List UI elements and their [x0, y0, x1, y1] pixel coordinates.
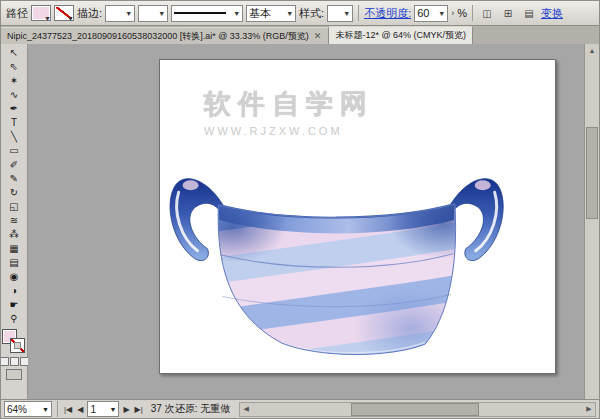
- hand-tool[interactable]: ☛: [3, 298, 25, 312]
- horizontal-scrollbar[interactable]: ◀ ▶: [239, 402, 596, 417]
- artboard-number-dropdown[interactable]: 1 ▼: [87, 401, 119, 417]
- lasso-tool[interactable]: ∿: [3, 88, 25, 102]
- zoom-tool[interactable]: ⚲: [3, 312, 25, 326]
- scroll-right-icon[interactable]: ▶: [583, 405, 595, 413]
- chevron-down-icon: ▼: [67, 15, 74, 22]
- chevron-down-icon: ▼: [438, 10, 445, 17]
- line-segment-tool[interactable]: ╲: [3, 130, 25, 144]
- direct-selection-tool[interactable]: ⇖: [3, 60, 25, 74]
- artboard[interactable]: 软件自学网 WWW.RJZXW.COM: [159, 59, 556, 374]
- variable-width-profile-dropdown[interactable]: ▼: [138, 5, 168, 22]
- brush-definition-dropdown[interactable]: 基本▼: [246, 5, 296, 22]
- previous-artboard-icon[interactable]: ◀: [76, 405, 84, 414]
- stroke-weight-label: 描边:: [77, 6, 102, 21]
- selection-tool[interactable]: ↖: [3, 46, 25, 60]
- magic-wand-tool[interactable]: ✶: [3, 74, 25, 88]
- pot-body: [160, 131, 555, 373]
- gradient-tool[interactable]: ▤: [3, 256, 25, 270]
- artboard-number-value: 1: [90, 404, 96, 415]
- pot-illustration: [160, 60, 555, 373]
- width-tool[interactable]: ≋: [3, 214, 25, 228]
- document-tab-bar: Nipic_24377523_20180909160538032000 [转换]…: [1, 26, 599, 45]
- selection-type-label: 路径: [6, 6, 28, 21]
- scale-tool[interactable]: ◱: [3, 200, 25, 214]
- chevron-down-icon: ▼: [42, 406, 49, 413]
- screen-mode-button[interactable]: [6, 369, 22, 380]
- color-button[interactable]: [0, 357, 9, 366]
- eyedropper-tool[interactable]: ◉: [3, 270, 25, 284]
- rectangle-tool[interactable]: ▭: [3, 144, 25, 158]
- horizontal-scroll-track[interactable]: [252, 403, 583, 416]
- tab-label: 未标题-12* @ 64% (CMYK/预览): [335, 29, 466, 42]
- zoom-value: 64%: [7, 404, 27, 415]
- divider: [57, 401, 58, 417]
- document-tab-nipic[interactable]: Nipic_24377523_20180909160538032000 [转换]…: [1, 27, 329, 44]
- tool-palette: ↖⇖✶∿✒T╲▭✐✎↻◱≋⁂▦▤◉◑☛⚲: [1, 44, 28, 400]
- document-tab-untitled[interactable]: 未标题-12* @ 64% (CMYK/预览): [329, 26, 473, 44]
- style-label: 样式:: [299, 6, 324, 21]
- rotate-tool[interactable]: ↻: [3, 186, 25, 200]
- stroke-hole: [14, 342, 21, 349]
- last-artboard-icon[interactable]: ▶|: [134, 405, 144, 414]
- stroke-color-box[interactable]: [10, 338, 25, 353]
- brush-stroke-preview-dropdown[interactable]: ▼: [171, 5, 243, 22]
- chevron-down-icon: ▼: [158, 10, 165, 17]
- pencil-tool[interactable]: ✎: [3, 172, 25, 186]
- chevron-down-icon: ▼: [343, 10, 350, 17]
- status-text: 37 次还原: 无重做: [151, 402, 230, 416]
- brush-name-value: 基本: [249, 6, 271, 21]
- chevron-down-icon: ▼: [233, 10, 240, 17]
- opacity-link[interactable]: 不透明度:: [364, 6, 411, 21]
- divider: [358, 5, 359, 21]
- gradient-button[interactable]: [10, 357, 19, 366]
- paintbrush-tool[interactable]: ✐: [3, 158, 25, 172]
- divider: [472, 5, 473, 21]
- blend-tool[interactable]: ◑: [3, 284, 25, 298]
- spinner-icon[interactable]: ›: [451, 8, 454, 18]
- fill-stroke-widget: [2, 329, 26, 355]
- workspace: ↖⇖✶∿✒T╲▭✐✎↻◱≋⁂▦▤◉◑☛⚲: [1, 44, 599, 400]
- first-artboard-icon[interactable]: |◀: [63, 405, 73, 414]
- transform-link[interactable]: 变换: [541, 6, 563, 21]
- chevron-down-icon: ▼: [109, 406, 116, 413]
- tool-list: ↖⇖✶∿✒T╲▭✐✎↻◱≋⁂▦▤◉◑☛⚲: [3, 46, 25, 326]
- pen-tool[interactable]: ✒: [3, 102, 25, 116]
- control-bar: 路径 ▼ ▼ 描边: ▼ ▼ ▼ 基本▼ 样式: ▼ 不透明度: 60▼ › %…: [1, 1, 599, 26]
- vertical-scroll-thumb[interactable]: [586, 127, 598, 219]
- vertical-scrollbar[interactable]: ▲: [584, 44, 599, 400]
- document-setup-icon[interactable]: ◫: [478, 5, 496, 22]
- chevron-down-icon: ▼: [125, 10, 132, 17]
- type-tool[interactable]: T: [3, 116, 25, 130]
- scroll-up-icon[interactable]: ▲: [589, 44, 596, 57]
- symbol-sprayer-tool[interactable]: ⁂: [3, 228, 25, 242]
- fill-color-swatch[interactable]: ▼: [31, 5, 51, 21]
- stroke-line-icon: [174, 12, 226, 14]
- opacity-input[interactable]: 60▼: [414, 5, 448, 22]
- graphic-style-dropdown[interactable]: ▼: [327, 5, 353, 22]
- align-panel-icon[interactable]: ⊞: [499, 5, 517, 22]
- opacity-unit-label: %: [457, 7, 467, 19]
- tab-label: Nipic_24377523_20180909160538032000 [转换]…: [7, 30, 309, 43]
- scroll-left-icon[interactable]: ◀: [240, 405, 252, 413]
- stroke-weight-dropdown[interactable]: ▼: [105, 5, 135, 22]
- mesh-tool[interactable]: ▦: [3, 242, 25, 256]
- options-menu-icon[interactable]: ▤: [520, 5, 538, 22]
- next-artboard-icon[interactable]: ▶: [122, 405, 130, 414]
- illustrator-window: 路径 ▼ ▼ 描边: ▼ ▼ ▼ 基本▼ 样式: ▼ 不透明度: 60▼ › %…: [0, 0, 600, 419]
- chevron-down-icon: ▼: [44, 15, 51, 22]
- chevron-down-icon: ▼: [286, 10, 293, 17]
- horizontal-scroll-thumb[interactable]: [351, 403, 479, 416]
- status-bar: 64% ▼ |◀ ◀ 1 ▼ ▶ ▶| 37 次还原: 无重做 ◀ ▶: [1, 399, 599, 418]
- zoom-level-dropdown[interactable]: 64% ▼: [4, 401, 52, 417]
- stroke-color-swatch[interactable]: ▼: [54, 5, 74, 21]
- canvas-area[interactable]: 软件自学网 WWW.RJZXW.COM ▲: [28, 44, 599, 400]
- opacity-value: 60: [417, 7, 429, 19]
- color-mode-row: [0, 357, 29, 366]
- close-icon[interactable]: ✕: [313, 31, 323, 41]
